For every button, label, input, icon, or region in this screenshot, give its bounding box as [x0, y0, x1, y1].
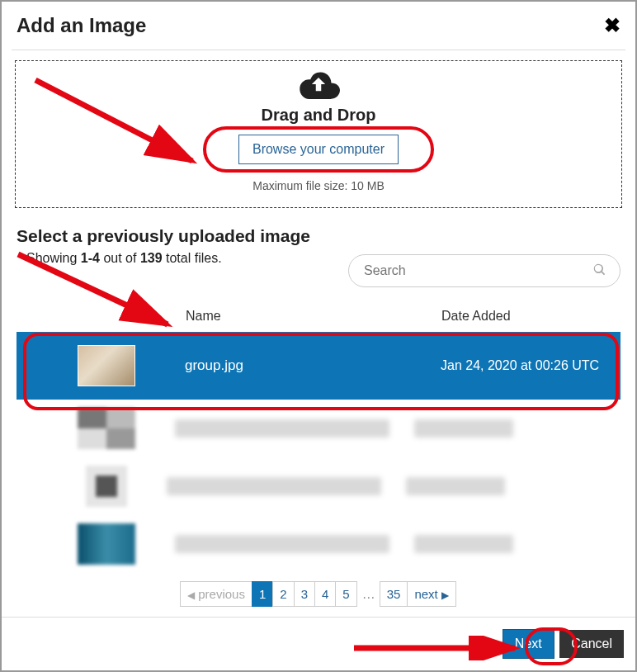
pagination-next[interactable]: next ▶	[407, 581, 456, 607]
pagination-page[interactable]: 5	[335, 581, 356, 607]
previous-uploads-title: Select a previously uploaded image	[17, 226, 620, 246]
file-thumbnail	[86, 466, 127, 507]
pagination-previous[interactable]: ◀ previous	[180, 581, 252, 607]
column-name: Name	[186, 309, 441, 324]
table-row[interactable]	[17, 515, 620, 573]
annotation-arrow-3	[350, 636, 523, 660]
table-row[interactable]	[17, 400, 620, 457]
cloud-upload-icon	[297, 69, 340, 99]
pagination-page[interactable]: 35	[380, 581, 408, 607]
pagination-page[interactable]: 3	[294, 581, 315, 607]
file-name-redacted	[175, 535, 389, 553]
file-name-redacted	[175, 419, 389, 438]
drag-drop-heading: Drag and Drop	[16, 106, 621, 125]
pagination-page[interactable]: 1	[252, 581, 273, 607]
file-thumbnail	[78, 408, 135, 449]
dropzone[interactable]: Drag and Drop Browse your computer Maxim…	[15, 60, 622, 208]
table-row[interactable]	[17, 457, 620, 515]
close-icon[interactable]: ✖	[604, 16, 620, 35]
browse-computer-button[interactable]: Browse your computer	[238, 135, 399, 164]
file-date-redacted	[406, 477, 505, 495]
search-input[interactable]	[348, 254, 620, 287]
file-date: Jan 24, 2020 at 00:26 UTC	[441, 358, 599, 373]
max-file-size-text: Maximum file size: 10 MB	[16, 179, 621, 192]
pagination-page[interactable]: 4	[314, 581, 336, 607]
file-date-redacted	[414, 535, 513, 553]
table-row[interactable]: group.jpg Jan 24, 2020 at 00:26 UTC	[17, 332, 620, 400]
search-icon	[593, 263, 606, 278]
file-thumbnail	[78, 345, 135, 386]
file-thumbnail	[78, 523, 135, 565]
column-date: Date Added	[441, 309, 620, 324]
file-name: group.jpg	[185, 357, 441, 374]
pagination-ellipsis: …	[357, 587, 380, 602]
table-header: Name Date Added	[17, 304, 620, 332]
next-button[interactable]: Next	[503, 629, 554, 659]
cancel-button[interactable]: Cancel	[559, 630, 624, 658]
file-date-redacted	[414, 419, 513, 438]
modal-title: Add an Image	[17, 14, 146, 37]
file-name-redacted	[167, 477, 381, 495]
pagination: ◀ previous12345…35next ▶	[17, 581, 620, 607]
pagination-page[interactable]: 2	[272, 581, 294, 607]
